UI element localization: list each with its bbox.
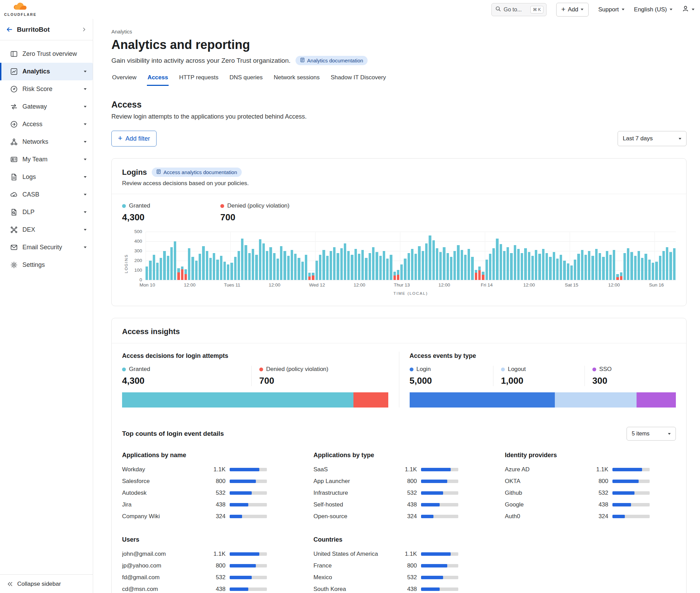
tab-access[interactable]: Access: [147, 74, 169, 86]
sidebar-item-email-security[interactable]: Email Security: [0, 239, 93, 256]
sidebar-item-analytics[interactable]: Analytics: [0, 63, 93, 80]
top-counts-list-applications-by-name: Applications by nameWorkday1.1KSalesforc…: [122, 452, 267, 522]
add-button[interactable]: + Add: [556, 3, 589, 17]
granted-bar-segment: [316, 261, 318, 280]
sidebar-item-settings[interactable]: Settings: [0, 256, 93, 274]
sidebar-item-logs[interactable]: Logs: [0, 168, 93, 186]
list-title: Identity providers: [505, 452, 650, 459]
granted-bar-segment: [616, 274, 619, 277]
bar: [514, 245, 516, 280]
support-menu[interactable]: Support: [598, 6, 624, 13]
chevron-down-icon: [670, 9, 672, 10]
granted-bar-segment: [563, 261, 566, 280]
list-title: Applications by type: [313, 452, 458, 459]
dlp-icon: [10, 209, 18, 216]
progress-bar-fill: [612, 491, 634, 495]
casb-icon: [10, 191, 18, 198]
bar: [623, 253, 626, 280]
x-tick-label: Wed 12: [309, 282, 325, 288]
granted-bar-segment: [609, 255, 612, 280]
list-item-label: United States of America: [313, 551, 398, 557]
tab-shadow-it-discovery[interactable]: Shadow IT Discovery: [330, 74, 387, 86]
tab-dns-queries[interactable]: DNS queries: [229, 74, 263, 86]
cloudflare-cloud-icon: [11, 2, 29, 12]
cloudflare-logo[interactable]: CLOUDFLARE: [4, 2, 37, 17]
sidebar: BurritoBot Zero Trust overviewAnalyticsR…: [0, 19, 93, 593]
list-item-label: john@gmail.com: [122, 551, 207, 557]
bar: [627, 248, 629, 280]
analytics-documentation-badge[interactable]: Analytics documentation: [296, 56, 368, 65]
denied-bar-segment: [181, 269, 183, 280]
granted-bar-segment: [283, 251, 286, 280]
sidebar-item-access[interactable]: Access: [0, 115, 93, 133]
bar: [453, 251, 456, 280]
bar: [429, 235, 431, 280]
tab-http-requests[interactable]: HTTP requests: [178, 74, 219, 86]
x-axis-title: TIME (LOCAL): [146, 291, 676, 295]
x-tick-label: 12:00: [608, 282, 620, 288]
bar: [213, 253, 215, 280]
time-range-select[interactable]: Last 7 days: [618, 131, 687, 146]
list-item-value: 800: [398, 478, 417, 485]
bar: [305, 255, 307, 280]
bar: [390, 255, 392, 280]
collapse-sidebar-button[interactable]: Collapse sidebar: [0, 574, 93, 593]
bar: [372, 247, 374, 280]
bar: [153, 255, 155, 280]
language-menu[interactable]: English (US): [634, 6, 672, 13]
sidebar-item-label: CASB: [22, 191, 79, 198]
breadcrumb[interactable]: Analytics: [111, 29, 687, 34]
access-events-legend: Login5,000Logout1,000SSO300: [410, 366, 676, 386]
granted-bar-segment: [167, 256, 169, 280]
global-search-input[interactable]: Go to... ⌘ K: [491, 3, 547, 16]
granted-bar-segment: [220, 256, 222, 280]
granted-bar-segment: [252, 249, 254, 280]
progress-bar-track: [230, 564, 267, 567]
sidebar-item-casb[interactable]: CASB: [0, 186, 93, 203]
bar: [549, 257, 551, 280]
list-item-value: 1.1K: [398, 466, 417, 473]
sidebar-nav: Zero Trust overviewAnalyticsRisk ScoreGa…: [0, 40, 93, 574]
sidebar-item-dex[interactable]: DEX: [0, 221, 93, 239]
x-tick-label: Tues 11: [224, 282, 240, 288]
list-item-label: South Korea: [313, 586, 398, 593]
bar: [418, 246, 420, 280]
sidebar-item-label: DLP: [22, 209, 79, 216]
progress-bar-track: [421, 564, 458, 567]
granted-bar-segment: [584, 255, 587, 280]
granted-bar-segment: [216, 260, 219, 280]
progress-bar-track: [421, 587, 458, 591]
legend-value: 700: [220, 212, 319, 223]
granted-bar-segment: [553, 252, 555, 280]
org-switcher[interactable]: BurritoBot: [0, 19, 93, 40]
sidebar-item-gateway[interactable]: Gateway: [0, 98, 93, 115]
bar: [146, 267, 148, 280]
chevron-down-icon: [84, 159, 87, 160]
bar: [174, 241, 176, 280]
sidebar-item-dlp[interactable]: DLP: [0, 203, 93, 221]
access-events-title: Access events by type: [410, 352, 676, 360]
bar: [599, 253, 601, 280]
sidebar-item-zero-trust-overview[interactable]: Zero Trust overview: [0, 45, 93, 63]
access-analytics-documentation-badge[interactable]: Access analytics documentation: [152, 168, 241, 177]
add-filter-button[interactable]: + Add filter: [111, 131, 157, 147]
granted-bar-segment: [244, 245, 247, 280]
tab-overview[interactable]: Overview: [111, 74, 137, 86]
zero-trust-overview-icon: [10, 50, 18, 58]
tab-network-sessions[interactable]: Network sessions: [273, 74, 320, 86]
progress-bar-track: [612, 503, 650, 506]
sidebar-item-networks[interactable]: Networks: [0, 133, 93, 151]
bar: [230, 263, 233, 280]
bar: [655, 262, 658, 280]
sidebar-item-my-team[interactable]: My Team: [0, 151, 93, 168]
granted-bar-segment: [177, 268, 180, 272]
sidebar-item-risk-score[interactable]: Risk Score: [0, 80, 93, 98]
sidebar-item-label: Gateway: [22, 103, 79, 110]
chevron-right-icon[interactable]: [81, 27, 87, 32]
items-count-select[interactable]: 5 items: [627, 427, 676, 441]
bar: [344, 243, 346, 280]
account-menu[interactable]: [682, 5, 694, 14]
bar: [500, 244, 502, 280]
bar: [209, 258, 212, 280]
back-arrow-icon[interactable]: [6, 26, 13, 33]
